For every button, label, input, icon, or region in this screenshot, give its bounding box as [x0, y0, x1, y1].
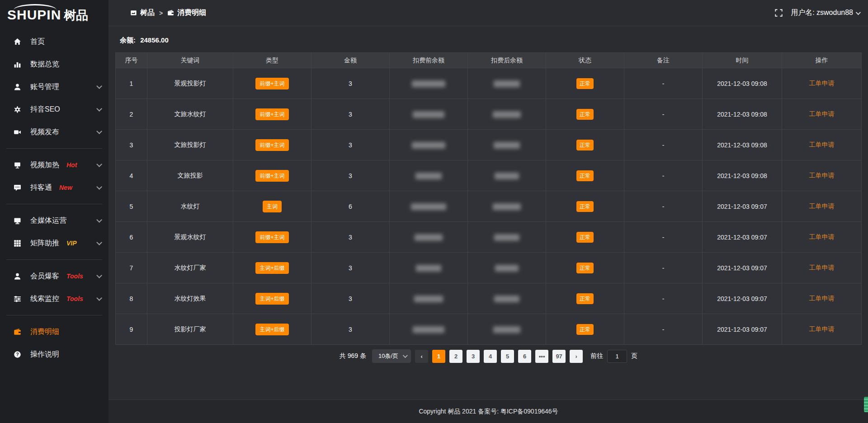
balance-before-masked	[415, 234, 443, 241]
sidebar-item-label: 会员爆客	[30, 272, 59, 281]
sidebar-item-all-media-operation[interactable]: 全媒体运营	[0, 212, 108, 230]
ticket-apply-link[interactable]: 工单申请	[809, 233, 835, 240]
breadcrumb-label: 树品	[140, 8, 155, 18]
balance-after-masked	[493, 111, 521, 118]
column-header: 关键词	[147, 53, 233, 68]
ticket-apply-link[interactable]: 工单申请	[809, 295, 835, 302]
page-button-1[interactable]: 1	[432, 350, 445, 363]
remark-cell: -	[624, 68, 703, 99]
page-button-6[interactable]: 6	[518, 350, 531, 363]
sidebar-menu: 首页数据总览账号管理抖音SEO视频发布视频加热Hot抖客通New全媒体运营矩阵助…	[0, 33, 108, 363]
type-badge: 前缀+主词	[255, 78, 288, 89]
column-header: 时间	[703, 53, 782, 68]
column-header: 扣费前余额	[390, 53, 468, 68]
sidebar-item-member-burst[interactable]: 会员爆客Tools	[0, 267, 108, 285]
balance-after-masked	[495, 173, 519, 179]
page-button-5[interactable]: 5	[501, 350, 514, 363]
more-pages-button[interactable]: •••	[535, 350, 548, 363]
remark-cell: -	[624, 160, 703, 191]
table-header-row: 序号关键词类型金额扣费前余额扣费后余额状态备注时间操作	[116, 53, 862, 68]
goto-label: 前往	[590, 352, 603, 360]
ticket-apply-link[interactable]: 工单申请	[809, 202, 835, 210]
chevron-down-icon	[96, 184, 102, 190]
page-button-97[interactable]: 97	[552, 350, 566, 363]
sidebar-item-tag: VIP	[66, 240, 77, 247]
ticket-apply-link[interactable]: 工单申请	[809, 141, 835, 148]
breadcrumb-separator: >	[159, 9, 163, 17]
time-cell: 2021-12-03 09:08	[703, 99, 782, 130]
status-badge: 正常	[576, 109, 594, 120]
type-badge: 主词+后缀	[255, 324, 288, 335]
balance-label: 余额:	[120, 36, 136, 44]
page-button-3[interactable]: 3	[467, 350, 480, 363]
logo-text-cn: 树品	[64, 9, 88, 22]
logo[interactable]: SHUPIN 树品	[0, 4, 108, 24]
sidebar-item-label: 首页	[30, 37, 45, 47]
row-index-cell: 3	[116, 130, 147, 160]
keyword-cell: 投影灯厂家	[147, 314, 233, 345]
balance-after-masked	[494, 234, 519, 241]
ticket-apply-link[interactable]: 工单申请	[809, 80, 835, 87]
sidebar-item-douketong[interactable]: 抖客通New	[0, 179, 108, 197]
balance-after-masked	[493, 203, 521, 210]
status-badge: 正常	[576, 140, 594, 150]
sidebar-item-label: 矩阵助推	[30, 239, 59, 248]
gear-icon	[14, 106, 21, 113]
topbar: 树品>消费明细 用户名: zswodun88	[108, 0, 868, 26]
amount-cell: 3	[311, 253, 390, 283]
next-page-button[interactable]: ›	[570, 350, 583, 363]
keyword-cell: 文旅投影灯	[147, 130, 233, 160]
page-button-2[interactable]: 2	[449, 350, 462, 363]
green-widget[interactable]	[864, 397, 868, 412]
sidebar: SHUPIN 树品 首页数据总览账号管理抖音SEO视频发布视频加热Hot抖客通N…	[0, 0, 108, 423]
chevron-down-icon	[96, 273, 102, 278]
page-size-select[interactable]: 10条/页	[372, 349, 411, 363]
sidebar-item-data-overview[interactable]: 数据总览	[0, 55, 108, 73]
sidebar-item-douyin-seo[interactable]: 抖音SEO	[0, 100, 108, 118]
sidebar-item-label: 视频加热	[30, 160, 59, 170]
row-index-cell: 1	[116, 68, 147, 99]
page-button-4[interactable]: 4	[484, 350, 497, 363]
ticket-apply-link[interactable]: 工单申请	[809, 325, 835, 333]
time-cell: 2021-12-03 09:07	[703, 283, 782, 314]
column-header: 备注	[624, 53, 703, 68]
chevron-down-icon	[96, 83, 102, 89]
column-header: 金额	[311, 53, 390, 68]
panel-icon	[130, 9, 137, 16]
breadcrumb-consumption[interactable]: 消费明细	[167, 8, 206, 18]
monitor-icon	[14, 161, 21, 169]
sidebar-item-video-publish[interactable]: 视频发布	[0, 123, 108, 141]
sidebar-item-consumption-detail[interactable]: 消费明细	[0, 323, 108, 341]
sidebar-item-account-management[interactable]: 账号管理	[0, 78, 108, 96]
chevron-down-icon	[96, 240, 102, 245]
balance-before-masked	[414, 296, 443, 302]
sidebar-item-tag: Tools	[66, 295, 83, 302]
sidebar-item-matrix-boost[interactable]: 矩阵助推VIP	[0, 234, 108, 252]
keyword-cell: 水纹灯效果	[147, 283, 233, 314]
sidebar-item-video-heating[interactable]: 视频加热Hot	[0, 156, 108, 174]
bar-chart-icon	[14, 61, 21, 68]
breadcrumb-home[interactable]: 树品	[130, 8, 155, 18]
sidebar-item-label: 全媒体运营	[30, 216, 66, 226]
table-row: 2文旅水纹灯前缀+主词3正常-2021-12-03 09:08工单申请	[116, 99, 862, 130]
sidebar-item-clue-monitor[interactable]: 线索监控Tools	[0, 290, 108, 308]
goto-page-input[interactable]	[607, 350, 627, 363]
grid-icon	[14, 240, 21, 247]
keyword-cell: 文旅投影	[147, 160, 233, 191]
table-row: 7水纹灯厂家主词+后缀3正常-2021-12-03 09:07工单申请	[116, 253, 862, 283]
user-menu[interactable]: 用户名: zswodun88	[791, 8, 859, 18]
table-row: 4文旅投影前缀+主词3正常-2021-12-03 09:08工单申请	[116, 160, 862, 191]
fullscreen-icon[interactable]	[775, 9, 783, 17]
sidebar-item-label: 消费明细	[30, 327, 59, 337]
column-header: 扣费后余额	[468, 53, 546, 68]
sidebar-item-operation-guide[interactable]: ?操作说明	[0, 345, 108, 363]
ticket-apply-link[interactable]: 工单申请	[809, 110, 835, 118]
ticket-apply-link[interactable]: 工单申请	[809, 172, 835, 179]
amount-cell: 3	[311, 222, 390, 253]
status-badge: 正常	[576, 201, 594, 212]
prev-page-button[interactable]: ‹	[415, 350, 428, 363]
table-row: 5水纹灯主词6正常-2021-12-03 09:07工单申请	[116, 191, 862, 222]
ticket-apply-link[interactable]: 工单申请	[809, 264, 835, 271]
remark-cell: -	[624, 222, 703, 253]
sidebar-item-home[interactable]: 首页	[0, 33, 108, 51]
